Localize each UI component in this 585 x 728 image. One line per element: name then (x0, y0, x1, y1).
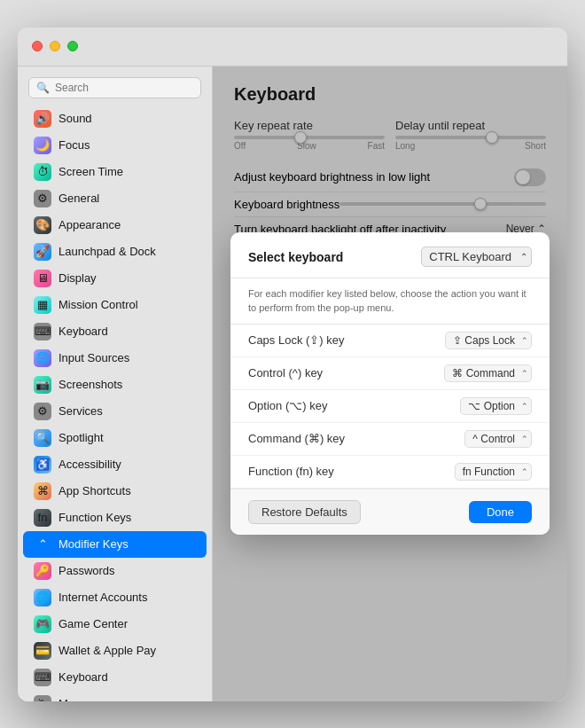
internet-accounts-icon: 🌐 (34, 589, 51, 607)
game-center-icon: 🎮 (34, 615, 51, 633)
modal-rows: Caps Lock (⇪) key ⇪ Caps Lock ⌃ Control … (230, 325, 550, 489)
modal-row-select-wrapper-1[interactable]: ⌘ Command ⌃ (444, 364, 532, 382)
accessibility-icon: ♿ (34, 456, 51, 474)
modal-row-key-0: Caps Lock (⇪) key (248, 333, 345, 347)
row-chevron-2: ⌃ (521, 402, 528, 411)
sidebar-label-passwords: Passwords (58, 564, 115, 577)
sidebar-item-general[interactable]: ⚙ General (23, 185, 207, 212)
sidebar-label-screenshots: Screenshots (58, 378, 122, 391)
minimize-button[interactable] (50, 41, 60, 51)
modal-row-key-4: Function (fn) key (248, 465, 334, 478)
sidebar-label-sound: Sound (58, 112, 92, 125)
sidebar-item-mission[interactable]: ▦ Mission Control (23, 292, 207, 318)
spotlight-icon: 🔍 (34, 429, 51, 447)
sidebar-label-accessibility: Accessibility (58, 458, 121, 471)
modal-row-1: Control (^) key ⌘ Command ⌃ (230, 357, 550, 390)
sidebar-label-internet-accounts: Internet Accounts (58, 591, 147, 604)
sidebar-item-spotlight[interactable]: 🔍 Spotlight (23, 425, 207, 451)
passwords-icon: 🔑 (34, 562, 51, 580)
modal-row-select-wrapper-3[interactable]: ^ Control ⌃ (464, 430, 532, 448)
modal-description: For each modifier key listed below, choo… (230, 278, 550, 325)
modal-title: Select keyboard (248, 250, 343, 264)
sidebar-item-internet-accounts[interactable]: 🌐 Internet Accounts (23, 584, 207, 611)
search-input[interactable] (55, 82, 193, 94)
modal-row-3: Command (⌘) key ^ Control ⌃ (230, 423, 550, 456)
keyboard-icon: ⌨ (34, 323, 51, 341)
sidebar-label-app-shortcuts: App Shortcuts (58, 484, 131, 497)
sidebar-item-keyboard2[interactable]: ⌨ Keyboard (23, 664, 207, 691)
modal-row-select-wrapper-2[interactable]: ⌥ Option ⌃ (460, 397, 532, 415)
sidebar-items: 🔊 Sound 🌙 Focus ⏱ Screen Time ⚙ General … (18, 106, 212, 701)
modal-row-select-wrapper-4[interactable]: fn Function ⌃ (455, 463, 532, 481)
modal-row-value-4[interactable]: fn Function (455, 463, 532, 481)
sidebar-item-focus[interactable]: 🌙 Focus (23, 132, 207, 159)
search-icon: 🔍 (36, 82, 50, 94)
wallet-icon: 💳 (34, 642, 51, 660)
sidebar-label-spotlight: Spotlight (58, 431, 104, 444)
sidebar-item-screenshots[interactable]: 📷 Screenshots (23, 372, 207, 398)
app-shortcuts-icon: ⌘ (34, 482, 51, 500)
focus-icon: 🌙 (34, 137, 51, 154)
row-chevron-1: ⌃ (521, 369, 528, 378)
sidebar-label-display: Display (58, 271, 97, 285)
screenshots-icon: 📷 (34, 376, 51, 394)
sidebar-label-mission: Mission Control (58, 298, 138, 311)
sidebar-item-app-shortcuts[interactable]: ⌘ App Shortcuts (23, 478, 207, 505)
keyboard2-icon: ⌨ (34, 669, 51, 686)
sidebar-label-launchpad: Launchpad & Dock (58, 245, 156, 258)
keyboard-value[interactable]: CTRL Keyboard (421, 247, 532, 267)
sidebar-label-screen-time: Screen Time (58, 165, 123, 178)
row-chevron-3: ⌃ (521, 434, 528, 443)
sidebar-label-keyboard: Keyboard (58, 325, 108, 338)
sidebar-item-modifier-keys[interactable]: ⌃ Modifier Keys (23, 531, 207, 558)
sidebar-item-screen-time[interactable]: ⏱ Screen Time (23, 159, 207, 185)
sidebar-item-keyboard[interactable]: ⌨ Keyboard (23, 318, 207, 345)
sidebar-label-modifier-keys: Modifier Keys (58, 537, 129, 551)
sidebar-label-services: Services (58, 404, 103, 418)
modal-overlay: Select keyboard CTRL Keyboard ⌃ For each… (213, 67, 567, 701)
modifier-keys-modal: Select keyboard CTRL Keyboard ⌃ For each… (230, 232, 550, 535)
sidebar-item-sound[interactable]: 🔊 Sound (23, 106, 207, 132)
sidebar-item-display[interactable]: 🖥 Display (23, 265, 207, 292)
modal-row-key-3: Command (⌘) key (248, 432, 345, 445)
sidebar-item-passwords[interactable]: 🔑 Passwords (23, 558, 207, 584)
modal-row-2: Option (⌥) key ⌥ Option ⌃ (230, 390, 550, 423)
modal-footer: Restore Defaults Done (230, 489, 550, 535)
restore-defaults-button[interactable]: Restore Defaults (248, 500, 361, 524)
modal-row-4: Function (fn) key fn Function ⌃ (230, 456, 550, 489)
traffic-lights (32, 41, 78, 51)
sidebar-label-wallet: Wallet & Apple Pay (58, 644, 156, 657)
function-keys-icon: fn (34, 509, 51, 527)
window-body: 🔍 🔊 Sound 🌙 Focus ⏱ Screen Time ⚙ Genera… (18, 67, 567, 701)
sidebar-item-accessibility[interactable]: ♿ Accessibility (23, 451, 207, 478)
row-chevron-0: ⌃ (521, 336, 528, 345)
modifier-keys-icon: ⌃ (34, 536, 51, 553)
modal-row-value-0[interactable]: ⇪ Caps Lock (445, 332, 532, 349)
general-icon: ⚙ (34, 190, 51, 207)
sidebar-item-wallet[interactable]: 💳 Wallet & Apple Pay (23, 638, 207, 664)
sidebar-item-services[interactable]: ⚙ Services (23, 398, 207, 425)
sidebar-item-input-sources[interactable]: 🌐 Input Sources (23, 345, 207, 372)
keyboard-select-wrapper[interactable]: CTRL Keyboard ⌃ (421, 247, 532, 267)
row-chevron-4: ⌃ (521, 467, 528, 476)
modal-row-0: Caps Lock (⇪) key ⇪ Caps Lock ⌃ (230, 325, 550, 357)
modal-row-select-wrapper-0[interactable]: ⇪ Caps Lock ⌃ (445, 332, 532, 349)
keyboard-chevron: ⌃ (520, 252, 527, 262)
appearance-icon: 🎨 (34, 216, 51, 234)
sidebar-item-appearance[interactable]: 🎨 Appearance (23, 212, 207, 239)
mission-icon: ▦ (34, 296, 51, 314)
close-button[interactable] (32, 41, 43, 51)
sidebar-item-launchpad[interactable]: 🚀 Launchpad & Dock (23, 239, 207, 265)
sidebar-item-mouse[interactable]: 🖱 Mouse (23, 691, 207, 701)
search-bar[interactable]: 🔍 (28, 77, 201, 98)
modal-header: Select keyboard CTRL Keyboard ⌃ (230, 232, 550, 278)
sidebar-label-general: General (58, 192, 99, 205)
launchpad-icon: 🚀 (34, 243, 51, 261)
sidebar-label-input-sources: Input Sources (58, 351, 129, 364)
done-button[interactable]: Done (469, 501, 532, 523)
maximize-button[interactable] (67, 41, 78, 51)
sidebar-item-function-keys[interactable]: fn Function Keys (23, 505, 207, 531)
modal-row-value-1[interactable]: ⌘ Command (444, 364, 532, 382)
sidebar-label-appearance: Appearance (58, 218, 121, 231)
sidebar-item-game-center[interactable]: 🎮 Game Center (23, 611, 207, 638)
